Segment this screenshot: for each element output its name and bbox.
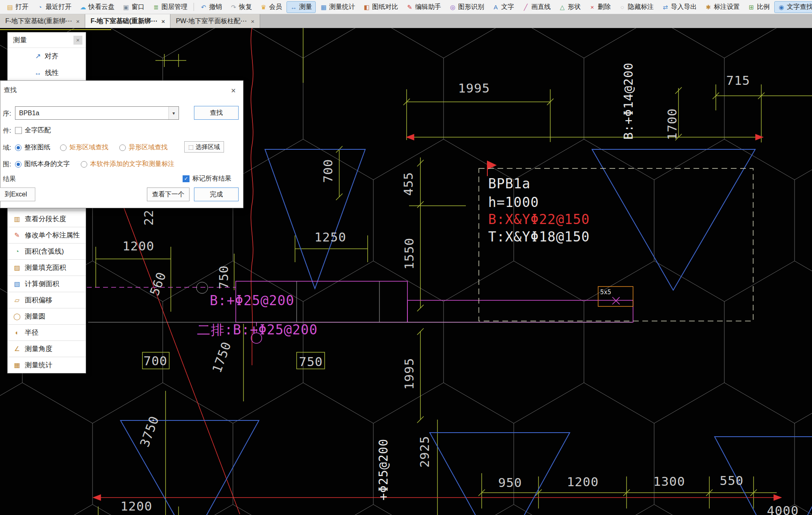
side-area-icon: ▧ [13, 280, 21, 288]
menu-item[interactable]: ↷ 恢复 [226, 1, 256, 13]
menu-item-label: 打开 [15, 3, 28, 11]
menu-item[interactable]: ▣ 窗口 [119, 1, 148, 13]
radius-icon: ◐ [13, 329, 21, 336]
dim-label: 750 [216, 265, 231, 289]
measure-tool-item[interactable]: ▧ 计算侧面积 [8, 276, 86, 292]
measure-tool-label: 查看分段长度 [25, 214, 66, 224]
radio-software-text[interactable]: 本软件添加的文字和测量标注 [81, 160, 174, 168]
menu-item-label: 文字查找 [787, 3, 812, 11]
dim-label: 1995 [402, 358, 416, 390]
menu-item[interactable]: × 删除 [585, 1, 614, 13]
radio-label: 矩形区域查找 [69, 143, 108, 152]
tabbar: F-地下室基础(重新绑⋯ × F-地下室基础(重新绑⋯ × PW-地下室平面板柱… [0, 14, 812, 28]
menu-item[interactable]: ♛ 会员 [256, 1, 286, 13]
measure-tool-item[interactable]: ▥ 查看分段长度 [8, 211, 86, 227]
menu-item[interactable]: ✎ 编辑助手 [403, 1, 445, 13]
measure-panel-header[interactable]: 测量 × [8, 32, 86, 48]
menu-item[interactable]: ◉ 文字查找 [774, 1, 812, 13]
measure-tool-item[interactable]: ◯ 测量圆 [8, 308, 86, 324]
menu-item-label: 图纸对比 [372, 3, 398, 11]
menu-item[interactable]: ◧ 图纸对比 [360, 1, 402, 13]
radio-drawing-text[interactable]: 图纸本身的文字 [15, 160, 70, 168]
menu-item[interactable]: ↶ 撤销 [196, 1, 226, 13]
mark-all-label: 标记所有结果 [192, 175, 231, 183]
menu-item-label: 快看云盘 [88, 3, 114, 11]
measure-tool-item[interactable]: ◔ 面积(含弧线) [8, 243, 86, 259]
beam-rebar-label: B:+Φ25@200 [210, 293, 295, 308]
beam-rebar-label: 二排:B:+Φ25@200 [197, 322, 318, 338]
find-next-button[interactable]: 查看下一个 [147, 187, 190, 201]
whole-word-checkbox[interactable]: 全字匹配 [15, 126, 51, 135]
measure-tool-item[interactable]: ◐ 半径 [8, 324, 86, 340]
menu-item[interactable]: ⇄ 导入导出 [658, 1, 700, 13]
measure-panel-close-icon[interactable]: × [73, 36, 82, 45]
undo-icon: ↶ [200, 4, 207, 10]
dim-label: 1250 [314, 230, 347, 244]
mark-all-checkbox[interactable]: 标记所有结果 [183, 175, 231, 183]
measure-tool-label: 面积偏移 [25, 295, 52, 305]
vip-icon: ♛ [260, 4, 267, 10]
dim-label: 1200 [123, 239, 155, 253]
menu-item[interactable]: ▤ 打开 [3, 1, 32, 13]
tab-close-icon[interactable]: × [251, 18, 254, 25]
menu-item[interactable]: ▦ 测量统计 [317, 1, 359, 13]
measure-tool-item[interactable]: ✎ 修改单个标注属性 [8, 227, 86, 243]
menu-item[interactable]: ◎ 图形识别 [446, 1, 488, 13]
slab-height-label: h=1000 [488, 194, 539, 210]
menu-item[interactable]: ╱ 画直线 [519, 1, 554, 13]
done-button[interactable]: 完成 [194, 187, 239, 201]
results-label: 结果 [3, 175, 16, 183]
menu-item[interactable]: ↔ 测量 [286, 1, 316, 13]
measure-tool-item[interactable]: ▨ 测量填充面积 [8, 259, 86, 276]
menu-item[interactable]: ☁ 快看云盘 [76, 1, 118, 13]
menu-item[interactable]: ≣ 图层管理 [149, 1, 191, 13]
measure-icon: ↔ [290, 4, 297, 10]
tab-close-icon[interactable]: × [76, 18, 80, 25]
drawing-tab[interactable]: F-地下室基础(重新绑⋯ × [0, 14, 85, 28]
import-export-icon: ⇄ [662, 4, 669, 10]
measure-mode-item[interactable]: ↔ 线性 [8, 65, 86, 81]
measure-tool-label: 测量圆 [25, 312, 45, 321]
menu-item[interactable]: △ 形状 [555, 1, 584, 13]
menu-item[interactable]: ◔ 最近打开 [33, 1, 75, 13]
find-button[interactable]: 查找 [194, 106, 239, 120]
measure-tool-label: 测量角度 [25, 344, 52, 353]
menu-item-label: 导入导出 [671, 3, 697, 11]
radio-rect-region[interactable]: 矩形区域查找 [60, 143, 108, 152]
cloud-drive-icon: ☁ [80, 4, 86, 10]
menu-item[interactable]: ◌ 隐藏标注 [615, 1, 657, 13]
dialog-close-icon[interactable]: × [228, 86, 238, 95]
search-term-combobox[interactable]: BPB1a ▾ [15, 106, 179, 120]
export-excel-button[interactable]: 到Excel [0, 187, 35, 201]
window-icon: ▣ [123, 4, 129, 10]
align-measure-icon: ↗ [35, 52, 41, 60]
area-offset-icon: ▱ [13, 296, 21, 304]
measure-mode-item[interactable]: ↗ 对齐 [8, 48, 86, 65]
recent-files-icon: ◔ [37, 4, 43, 10]
radio-icon [81, 161, 87, 168]
slab-bottom-rebar-label: B:X&YΦ22@150 [488, 211, 590, 227]
measure-tool-item[interactable]: ▦ 测量统计 [8, 357, 86, 373]
checkbox-icon [15, 127, 22, 134]
menu-item-label: 图形识别 [458, 3, 484, 11]
scope-label: 围: [3, 160, 11, 169]
menu-item[interactable]: A 文字 [489, 1, 518, 13]
region-label: 域: [3, 144, 11, 152]
drawing-tab[interactable]: PW-地下室平面板柱配⋯ × [170, 14, 260, 28]
shape-recognition-icon: ◎ [449, 4, 456, 10]
tab-close-icon[interactable]: × [162, 18, 165, 25]
radio-polygon-region[interactable]: 异形区域查找 [119, 143, 168, 152]
dim-label: 22 [141, 209, 156, 225]
radio-whole-drawing[interactable]: 整张图纸 [15, 143, 50, 152]
dim-label: 1200 [121, 499, 153, 513]
measure-tool-item[interactable]: ▱ 面积偏移 [8, 292, 86, 308]
measure-tool-item[interactable]: ∠ 测量角度 [8, 340, 86, 357]
menu-item-label: 编辑助手 [415, 3, 441, 11]
area-arc-icon: ◔ [13, 248, 21, 255]
measure-tool-label: 面积(含弧线) [25, 247, 64, 256]
select-region-button[interactable]: ⬚ 选择区域 [184, 141, 224, 153]
menu-item[interactable]: ✱ 标注设置 [701, 1, 743, 13]
menu-item[interactable]: ⊞ 比例 [744, 1, 773, 13]
chevron-down-icon[interactable]: ▾ [168, 107, 179, 119]
drawing-tab[interactable]: F-地下室基础(重新绑⋯ × [85, 14, 170, 28]
